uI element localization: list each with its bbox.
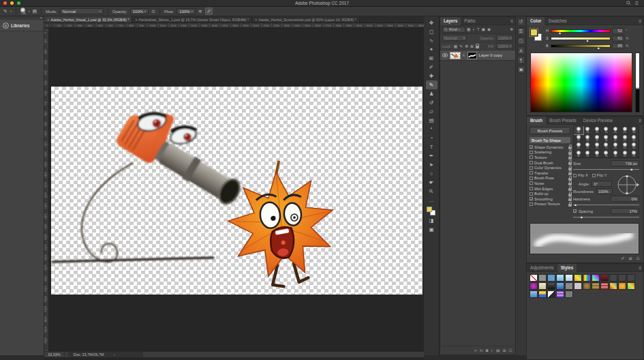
zoom-level[interactable]: 33,33% xyxy=(44,352,65,357)
brush-tip-shape-item[interactable]: Brush Tip Shape xyxy=(530,137,570,143)
brush-tip[interactable]: 36 xyxy=(611,150,620,158)
pressure-opacity-icon[interactable]: ⊙ xyxy=(151,9,155,14)
menu-list-icon[interactable]: ☰ xyxy=(635,1,639,5)
style-swatch-diagonal-bw[interactable] xyxy=(547,290,555,298)
lock-icon[interactable] xyxy=(568,172,572,175)
brush-tip[interactable]: 25 xyxy=(583,150,593,158)
checkbox[interactable] xyxy=(530,155,533,159)
style-swatch-wood-stripes[interactable] xyxy=(592,282,600,290)
panel-history-icon[interactable]: ↺ xyxy=(517,18,525,26)
panel-properties-icon[interactable]: ☰ xyxy=(517,27,525,35)
style-swatch-sky-gradient[interactable] xyxy=(556,274,564,282)
brush-tool-icon[interactable]: ✎ xyxy=(3,9,7,14)
panel-3d-icon[interactable]: ▣ xyxy=(517,65,525,74)
hardness-slider[interactable]: ▲ xyxy=(573,205,639,205)
layer-opacity-select[interactable]: 100%▾ xyxy=(496,35,513,41)
magic-wand-tool[interactable]: ✦ xyxy=(426,45,438,54)
lock-icon[interactable] xyxy=(568,168,572,170)
lock-icon[interactable] xyxy=(568,162,572,165)
lock-icon[interactable] xyxy=(568,157,572,160)
blend-mode-select[interactable]: Normal▾ xyxy=(60,8,104,14)
flip-y-checkbox[interactable] xyxy=(592,174,596,177)
path-selection-tool[interactable]: ➤ xyxy=(426,160,438,169)
hue-value-field[interactable]: 52 xyxy=(612,28,624,34)
panel-info-icon[interactable]: ⓘ xyxy=(517,37,525,45)
brush-option-texture[interactable]: Texture xyxy=(530,155,572,160)
brush-tip[interactable]: 36 xyxy=(592,134,602,142)
style-swatch-dark-red[interactable] xyxy=(600,274,609,282)
brush-presets-button[interactable]: Brush Presets xyxy=(530,127,570,134)
size-slider[interactable]: ▲ xyxy=(573,169,639,170)
size-slider-thumb[interactable]: ▲ xyxy=(630,168,633,171)
checkbox[interactable] xyxy=(530,161,533,164)
lock-pixels-icon[interactable]: ✎ xyxy=(459,44,463,48)
airbrush-icon[interactable]: ≋ xyxy=(198,9,202,14)
brush-option-transfer[interactable]: Transfer xyxy=(530,170,572,176)
pen-tool[interactable]: ✒ xyxy=(426,151,438,160)
hand-tool[interactable]: ☛ xyxy=(426,178,438,187)
style-swatch-green-orange[interactable] xyxy=(627,282,635,290)
checkbox[interactable]: ✓ xyxy=(530,145,533,149)
spacing-slider[interactable]: ▲ xyxy=(573,217,639,217)
style-swatch-color-mix[interactable] xyxy=(592,274,600,282)
style-swatch-cream[interactable] xyxy=(538,282,547,290)
layers-tab-paths[interactable]: Paths xyxy=(461,17,478,25)
canvas[interactable] xyxy=(51,87,423,295)
brush-tip[interactable]: 50 xyxy=(629,142,639,150)
toggle-brush-panel-icon[interactable]: ▤ xyxy=(32,9,37,14)
style-swatch-yellow-blue[interactable] xyxy=(538,290,547,298)
libraries-header[interactable]: ◍ Libraries xyxy=(0,20,44,31)
quick-mask-button[interactable]: ◨ xyxy=(426,216,438,225)
style-swatch-plain-gray[interactable] xyxy=(565,290,573,298)
brush-option-protect-texture[interactable]: Protect Texture xyxy=(530,202,572,207)
brush-tool[interactable]: ✎ xyxy=(426,80,438,89)
brush-tab-brush-presets[interactable]: Brush Presets xyxy=(546,117,580,125)
brush-tip[interactable]: 25 xyxy=(602,126,611,134)
brush-option-smoothing[interactable]: ✓Smoothing xyxy=(530,196,572,202)
brush-tip[interactable]: 50 xyxy=(620,142,630,150)
layer-name[interactable]: Layer 0 copy xyxy=(479,53,502,57)
spacing-field[interactable]: 17% xyxy=(611,208,639,214)
brush-tip[interactable]: 32 xyxy=(611,134,620,142)
style-swatch-empty-2[interactable] xyxy=(618,274,626,282)
link-mask-icon[interactable]: ∞ xyxy=(462,54,466,57)
brush-tab-device-preview[interactable]: Device Preview xyxy=(580,117,616,125)
brush-tip[interactable]: 36 xyxy=(592,150,602,158)
opacity-select[interactable]: 100%▾ xyxy=(130,8,149,14)
status-chevron-icon[interactable]: › xyxy=(114,352,115,357)
saturation-slider-thumb[interactable]: ▲ xyxy=(585,39,589,42)
filter-type-layers-icon[interactable]: T xyxy=(477,27,480,31)
panel-character-icon[interactable]: A xyxy=(517,46,525,55)
add-layer-mask-icon[interactable]: ◙ xyxy=(486,348,489,352)
lasso-tool[interactable]: ∿ xyxy=(426,36,438,45)
lock-artboard-icon[interactable]: ⊞ xyxy=(470,44,474,48)
layer-row[interactable]: ∞ Layer 0 copy xyxy=(440,50,515,61)
hue-slider-thumb[interactable]: ▲ xyxy=(558,31,562,35)
blur-tool[interactable]: ❛ xyxy=(426,125,438,134)
new-layer-icon[interactable]: ⊞ xyxy=(503,348,506,352)
marquee-tool[interactable]: ◻ xyxy=(426,27,438,36)
brush-picker-caret-icon[interactable]: ▾ xyxy=(28,10,29,13)
filter-shape-layers-icon[interactable]: ▣ xyxy=(482,27,485,31)
brush-option-color-dynamics[interactable]: Color Dynamics xyxy=(530,165,572,170)
lock-icon[interactable] xyxy=(568,194,572,196)
color-picker-bar[interactable] xyxy=(635,52,640,112)
eyedropper-tool[interactable]: ✐ xyxy=(426,63,438,72)
roundness-field[interactable]: 100% xyxy=(596,188,613,194)
brush-tip[interactable]: 25 xyxy=(620,126,630,134)
panel-menu-icon[interactable]: ≡ xyxy=(639,119,641,123)
lock-icon[interactable] xyxy=(568,188,572,191)
lock-icon[interactable] xyxy=(568,178,572,181)
close-tab-icon[interactable]: × xyxy=(255,18,258,22)
brush-option-wet-edges[interactable]: Wet Edges xyxy=(530,186,572,192)
history-brush-tool[interactable]: ↺ xyxy=(426,98,438,107)
checkbox[interactable] xyxy=(530,187,533,190)
style-swatch-magenta-orb[interactable] xyxy=(530,282,538,290)
lock-transparency-icon[interactable]: ▦ xyxy=(454,44,457,48)
style-swatch-blue[interactable] xyxy=(547,274,555,282)
angle-field[interactable]: 0° xyxy=(592,181,612,187)
styles-tab-styles[interactable]: Styles xyxy=(557,264,577,272)
hardness-field[interactable]: 0% xyxy=(611,196,639,202)
style-swatch-pale-blue[interactable] xyxy=(565,274,573,282)
filter-adjustment-layers-icon[interactable]: ◐ xyxy=(472,27,475,31)
